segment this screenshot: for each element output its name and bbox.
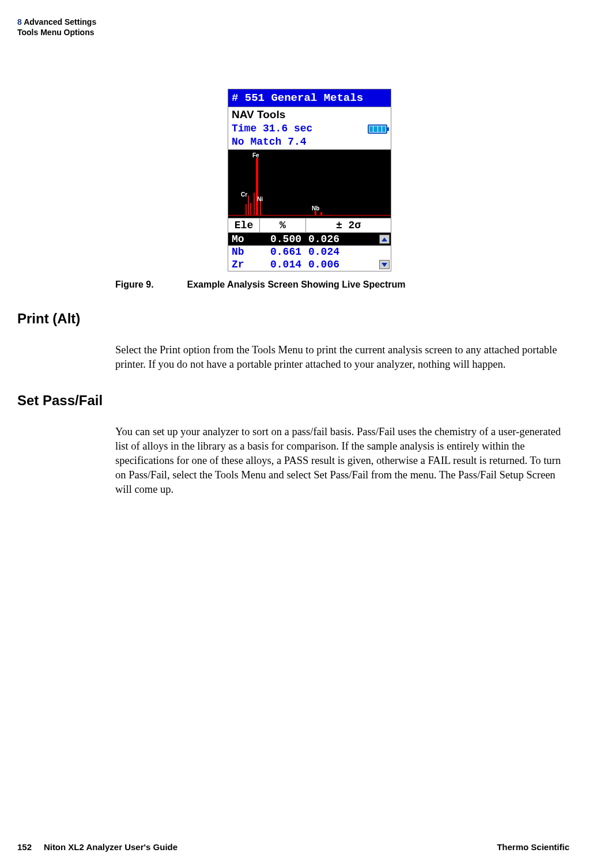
table-row: Zr 0.014 0.006 xyxy=(228,258,391,271)
body-paragraph-print: Select the Print option from the Tools M… xyxy=(115,343,569,372)
scroll-down-button[interactable] xyxy=(379,260,390,269)
peak-label-cr: Cr xyxy=(241,191,247,198)
cell-ele: Zr xyxy=(228,259,260,270)
device-screen: # 551 General Metals NAV Tools Time 31.6… xyxy=(228,89,391,271)
cell-ele: Nb xyxy=(228,246,260,258)
figure-device-screenshot: # 551 General Metals NAV Tools Time 31.6… xyxy=(228,89,569,271)
device-info-row: Time 31.6 sec No Match 7.4 xyxy=(228,122,391,148)
peak-fe xyxy=(256,158,258,216)
chapter-number: 8 xyxy=(17,17,22,27)
peak-label-nb: Nb xyxy=(312,205,319,212)
device-match-line: No Match 7.4 xyxy=(232,135,312,149)
peak-nb2 xyxy=(320,212,322,216)
device-nav-label: NAV Tools xyxy=(228,107,391,122)
cell-pct: 0.014 xyxy=(260,259,306,270)
chevron-down-icon xyxy=(382,263,387,267)
peak-label-fe: Fe xyxy=(252,152,259,158)
footer-left: 152 Niton XL2 Analyzer User's Guide xyxy=(17,842,178,852)
chapter-title: Advanced Settings xyxy=(24,17,96,27)
header-subtitle: Tools Menu Options xyxy=(17,28,569,37)
peak-small1 xyxy=(246,204,247,216)
figure-caption: Figure 9. Example Analysis Screen Showin… xyxy=(115,280,569,290)
battery-icon xyxy=(368,124,387,134)
device-info-text: Time 31.6 sec No Match 7.4 xyxy=(232,122,312,148)
page-footer: 152 Niton XL2 Analyzer User's Guide Ther… xyxy=(17,842,569,852)
cell-sig: 0.006 xyxy=(306,259,378,270)
spectrum-plot: Fe Cr Ni Nb xyxy=(228,149,391,218)
th-percent: % xyxy=(260,218,306,232)
cell-ele: Mo xyxy=(228,233,260,245)
peak-fe-sub xyxy=(254,193,255,216)
figure-label: Figure 9. xyxy=(115,280,184,290)
footer-company: Thermo Scientific xyxy=(497,842,569,852)
footer-guide-title: Niton XL2 Analyzer User's Guide xyxy=(44,842,178,852)
section-heading-passfail: Set Pass/Fail xyxy=(17,393,569,409)
th-sigma: ± 2σ xyxy=(306,218,391,232)
device-table-header: Ele % ± 2σ xyxy=(228,218,391,233)
scroll-up-button[interactable] xyxy=(379,235,390,244)
cell-sig: 0.024 xyxy=(306,246,378,258)
section-heading-print: Print (Alt) xyxy=(17,311,569,327)
peak-nb xyxy=(315,211,316,216)
device-time-line: Time 31.6 sec xyxy=(232,122,312,135)
cell-pct: 0.661 xyxy=(260,246,306,258)
device-titlebar: # 551 General Metals xyxy=(228,89,391,107)
spectrum-baseline xyxy=(228,215,391,216)
peak-small2 xyxy=(250,203,251,216)
header-chapter: 8 Advanced Settings xyxy=(17,17,569,27)
figure-text: Example Analysis Screen Showing Live Spe… xyxy=(187,280,405,289)
peak-label-ni: Ni xyxy=(257,196,263,202)
cell-sig: 0.026 xyxy=(306,233,378,245)
table-row: Nb 0.661 0.024 xyxy=(228,246,391,258)
footer-page-number: 152 xyxy=(17,842,32,852)
peak-cr xyxy=(248,195,249,216)
table-row: Mo 0.500 0.026 xyxy=(228,233,391,246)
cell-pct: 0.500 xyxy=(260,233,306,245)
chevron-up-icon xyxy=(382,237,387,241)
th-element: Ele xyxy=(228,218,260,232)
body-paragraph-passfail: You can set up your analyzer to sort on … xyxy=(115,425,569,497)
